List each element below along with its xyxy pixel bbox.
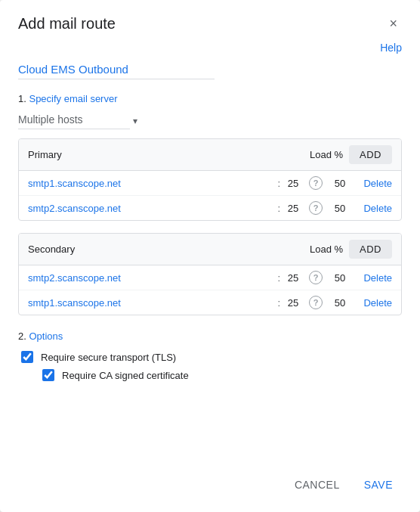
dropdown-wrapper: Single host Multiple hosts Load balanced… — [18, 112, 137, 129]
ca-label: Require CA signed certificate — [62, 370, 189, 381]
primary-load-1: 50 — [329, 178, 351, 189]
primary-add-button[interactable]: ADD — [349, 145, 392, 164]
secondary-host-2-link[interactable]: smtp1.scanscope.net — [28, 297, 274, 309]
primary-header-label: Primary — [28, 149, 298, 160]
primary-delete-2[interactable]: Delete — [360, 203, 392, 214]
table-row: smtp1.scanscope.net : 25 ? 50 Delete — [19, 290, 401, 315]
secondary-port-2: 25 — [283, 297, 303, 309]
secondary-delete-2[interactable]: Delete — [360, 297, 392, 309]
primary-delete-1[interactable]: Delete — [360, 178, 392, 189]
secondary-table: Secondary Load % ADD smtp2.scanscope.net… — [18, 233, 402, 315]
tls-label: Require secure transport (TLS) — [41, 352, 176, 363]
primary-load-2: 50 — [329, 203, 351, 214]
secondary-host-1-link[interactable]: smtp2.scanscope.net — [28, 272, 274, 284]
hosts-dropdown[interactable]: Single host Multiple hosts Load balanced… — [18, 112, 130, 129]
primary-port-2: 25 — [283, 203, 303, 214]
port-colon-3: : — [277, 272, 280, 284]
port-colon-2: : — [277, 203, 280, 214]
primary-host-1-link[interactable]: smtp1.scanscope.net — [28, 178, 274, 189]
primary-host-2-link[interactable]: smtp2.scanscope.net — [28, 203, 274, 214]
close-button[interactable]: × — [384, 15, 402, 32]
secondary-header-label: Secondary — [28, 244, 298, 255]
step2-num: 2. — [18, 330, 26, 342]
help-link[interactable]: Help — [18, 42, 402, 54]
info-icon-2: ? — [309, 201, 323, 215]
secondary-table-header: Secondary Load % ADD — [19, 234, 401, 265]
secondary-load-header: Load % — [298, 244, 343, 255]
secondary-load-1: 50 — [329, 272, 351, 284]
step1-num: 1. — [18, 93, 26, 104]
tls-checkbox[interactable] — [21, 351, 33, 363]
info-icon-1: ? — [309, 176, 323, 190]
ca-checkbox[interactable] — [42, 369, 54, 381]
table-row: smtp2.scanscope.net : 25 ? 50 Delete — [19, 265, 401, 290]
options-section: 2. Options Require secure transport (TLS… — [18, 330, 402, 387]
step2-link[interactable]: Options — [29, 330, 63, 342]
route-name-input[interactable] — [18, 61, 215, 79]
port-colon-1: : — [277, 178, 280, 189]
secondary-port-1: 25 — [283, 272, 303, 284]
primary-load-header: Load % — [298, 149, 343, 160]
ca-checkbox-row: Require CA signed certificate — [42, 369, 402, 381]
step2-label: 2. Options — [18, 330, 402, 342]
primary-table: Primary Load % ADD smtp1.scanscope.net :… — [18, 138, 402, 221]
cancel-button[interactable]: CANCEL — [286, 473, 349, 497]
step1-label: 1. Specify email server — [18, 93, 402, 104]
dialog-header: Add mail route × — [18, 15, 402, 33]
primary-table-header: Primary Load % ADD — [19, 139, 401, 171]
step1-link[interactable]: Specify email server — [29, 93, 117, 104]
add-mail-route-dialog: Add mail route × Help 1. Specify email s… — [0, 0, 420, 512]
primary-port-1: 25 — [283, 178, 303, 189]
dialog-title: Add mail route — [18, 15, 116, 33]
table-row: smtp2.scanscope.net : 25 ? 50 Delete — [19, 196, 401, 220]
chevron-down-icon: ▾ — [133, 116, 137, 126]
tls-checkbox-row: Require secure transport (TLS) — [21, 351, 402, 363]
info-icon-3: ? — [309, 271, 323, 284]
secondary-load-2: 50 — [329, 297, 351, 309]
table-row: smtp1.scanscope.net : 25 ? 50 Delete — [19, 171, 401, 196]
save-button[interactable]: SAVE — [355, 473, 402, 497]
dropdown-row: Single host Multiple hosts Load balanced… — [18, 112, 402, 129]
secondary-add-button[interactable]: ADD — [349, 240, 392, 259]
port-colon-4: : — [277, 297, 280, 309]
dialog-footer: CANCEL SAVE — [18, 461, 402, 497]
secondary-delete-1[interactable]: Delete — [360, 272, 392, 284]
info-icon-4: ? — [309, 296, 323, 309]
